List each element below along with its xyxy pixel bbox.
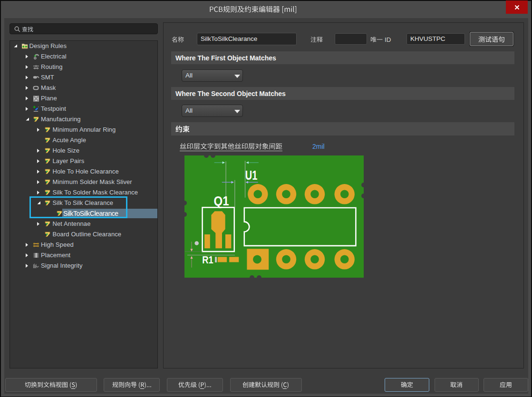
- svg-text:U1: U1: [245, 168, 258, 183]
- svg-text:Q1: Q1: [214, 194, 229, 208]
- svg-text:R1: R1: [202, 254, 213, 266]
